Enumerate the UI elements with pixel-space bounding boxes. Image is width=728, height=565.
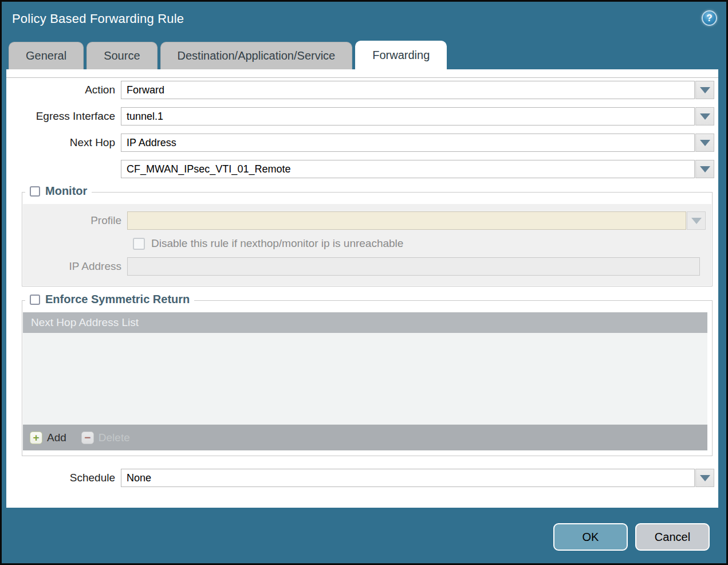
forwarding-tab-panel: Action Forward Egress Interface tunnel.1… [6, 69, 718, 508]
chevron-down-icon [691, 218, 702, 224]
monitor-group: Monitor Profile Disable this rule if nex… [22, 192, 713, 287]
next-hop-value[interactable]: IP Address [121, 134, 695, 152]
enforce-symmetric-return-group: Enforce Symmetric Return Next Hop Addres… [22, 300, 713, 456]
tab-source[interactable]: Source [86, 42, 157, 69]
tab-forwarding[interactable]: Forwarding [355, 41, 447, 69]
delete-button: − Delete [81, 431, 130, 444]
profile-value [127, 211, 686, 230]
action-dropdown-button[interactable] [695, 81, 714, 99]
egress-interface-combo: tunnel.1 [121, 107, 714, 125]
help-icon[interactable]: ? [702, 10, 717, 26]
action-value[interactable]: Forward [121, 81, 695, 99]
next-hop-label: Next Hop [6, 136, 121, 149]
disable-rule-row: Disable this rule if nexthop/monitor ip … [133, 237, 403, 250]
enforce-symmetric-return-checkbox[interactable] [30, 295, 40, 305]
chevron-down-icon [700, 166, 710, 172]
tab-destination-application-service[interactable]: Destination/Application/Service [160, 42, 353, 69]
ok-button[interactable]: OK [553, 523, 628, 551]
table-footer: + Add − Delete [23, 425, 707, 450]
next-hop-dropdown-button[interactable] [695, 134, 714, 152]
schedule-label: Schedule [6, 472, 121, 484]
enforce-symmetric-return-title: Enforce Symmetric Return [45, 293, 190, 306]
dialog-title: Policy Based Forwarding Rule [12, 11, 184, 26]
policy-based-forwarding-rule-dialog: Policy Based Forwarding Rule ? General S… [0, 0, 728, 565]
chevron-down-icon [700, 475, 710, 481]
minus-icon: − [81, 431, 94, 444]
delete-button-label: Delete [99, 431, 130, 444]
tab-bar: General Source Destination/Application/S… [9, 41, 447, 69]
egress-interface-dropdown-button[interactable] [695, 107, 714, 125]
profile-combo [127, 211, 706, 230]
add-button[interactable]: + Add [30, 431, 66, 444]
chevron-down-icon [700, 140, 710, 146]
disable-rule-label: Disable this rule if nexthop/monitor ip … [151, 237, 403, 250]
next-hop-address-combo: CF_MWAN_IPsec_VTI_01_Remote [121, 160, 714, 178]
monitor-ip-address-input [127, 257, 700, 276]
chevron-down-icon [700, 113, 710, 120]
table-header: Next Hop Address List [23, 312, 707, 333]
next-hop-address-list-table: Next Hop Address List + Add − Delete [23, 312, 707, 450]
enforce-symmetric-return-legend: Enforce Symmetric Return [25, 293, 194, 306]
chevron-down-icon [700, 87, 710, 93]
cancel-button[interactable]: Cancel [635, 523, 710, 551]
monitor-ip-address-label: IP Address [23, 260, 127, 273]
disable-rule-checkbox [133, 238, 145, 250]
schedule-value[interactable]: None [121, 469, 695, 487]
next-hop-address-dropdown-button[interactable] [695, 160, 714, 178]
schedule-dropdown-button[interactable] [695, 469, 714, 487]
table-body[interactable] [23, 333, 707, 425]
dialog-button-bar: OK Cancel [553, 523, 710, 551]
action-label: Action [6, 84, 121, 96]
plus-icon: + [30, 431, 42, 444]
monitor-legend: Monitor [25, 185, 92, 198]
action-combo: Forward [121, 81, 714, 99]
next-hop-address-value[interactable]: CF_MWAN_IPsec_VTI_01_Remote [121, 160, 695, 178]
monitor-body: Profile Disable this rule if nexthop/mon… [23, 204, 711, 285]
monitor-checkbox[interactable] [30, 186, 40, 197]
add-button-label: Add [47, 431, 66, 444]
panel-top-divider [6, 69, 718, 78]
egress-interface-label: Egress Interface [6, 110, 121, 123]
egress-interface-value[interactable]: tunnel.1 [121, 107, 695, 125]
monitor-title: Monitor [45, 185, 87, 198]
schedule-combo: None [121, 469, 714, 487]
next-hop-combo: IP Address [121, 134, 714, 152]
profile-label: Profile [23, 214, 127, 227]
profile-dropdown-button [687, 211, 706, 230]
tab-general[interactable]: General [9, 42, 84, 69]
